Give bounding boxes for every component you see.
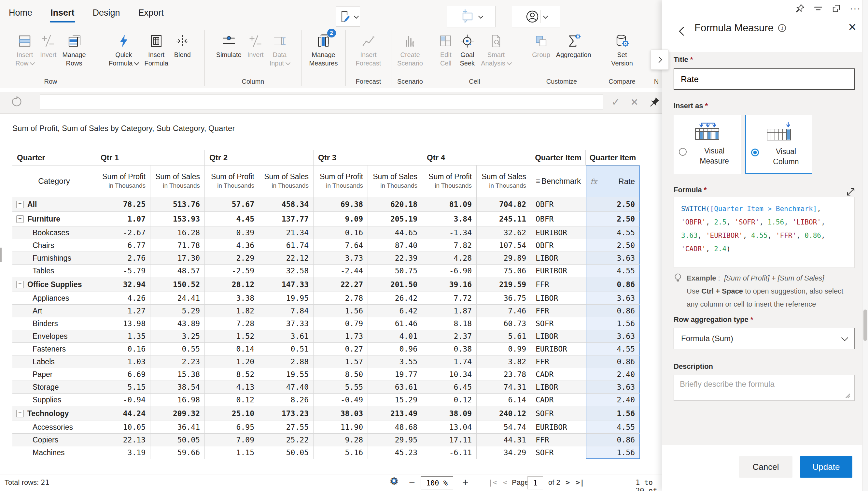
popout-icon[interactable] (832, 4, 841, 13)
value-cell[interactable]: 150.52 (150, 277, 205, 292)
value-cell[interactable]: 57.67 (205, 197, 259, 212)
category-cell[interactable]: −Technology (12, 406, 96, 421)
category-cell[interactable]: Tables (12, 265, 96, 277)
value-cell[interactable]: 2.76 (96, 252, 150, 265)
zoom-level-input[interactable] (421, 476, 453, 489)
value-cell[interactable]: 2.88 (259, 355, 313, 368)
benchmark-cell[interactable]: LIBOR (531, 292, 586, 305)
rate-cell-selected[interactable]: 3.63 (586, 330, 640, 343)
value-cell[interactable]: 5.15 (96, 381, 150, 394)
value-cell[interactable]: 36.41 (150, 421, 205, 434)
last-page-button[interactable]: >| (576, 478, 584, 486)
ribbon-button-aggregation[interactable]: Aggregation (554, 31, 593, 59)
value-cell[interactable]: 39.16 (422, 277, 477, 292)
title-input[interactable] (674, 68, 855, 90)
radio-unselected[interactable] (679, 148, 687, 156)
value-cell[interactable]: 23.78 (477, 368, 531, 381)
benchmark-cell[interactable]: SOFR (531, 317, 586, 330)
value-cell[interactable]: 15.29 (368, 394, 422, 406)
ribbon-button-create-scenario[interactable]: CreateScenario (395, 31, 425, 67)
ribbon-button-edit-cell[interactable]: EditCell (436, 31, 456, 67)
rate-cell-selected[interactable]: 2.40 (586, 394, 640, 406)
value-cell[interactable]: 137.77 (259, 212, 313, 226)
value-cell[interactable]: 3.82 (477, 355, 531, 368)
value-cell[interactable]: 201.50 (368, 277, 422, 292)
cancel-button[interactable]: Cancel (739, 456, 793, 478)
ribbon-button-insert-forecast[interactable]: InsertForecast (353, 31, 383, 67)
value-cell[interactable]: 0.16 (313, 226, 368, 239)
user-button[interactable] (512, 6, 560, 27)
accept-icon[interactable]: ✓ (612, 96, 620, 108)
value-cell[interactable]: 0.27 (313, 343, 368, 355)
value-cell[interactable]: 0.99 (477, 343, 531, 355)
back-chevron-icon[interactable] (677, 25, 687, 38)
value-cell[interactable]: 10.34 (422, 368, 477, 381)
value-cell[interactable]: 8.18 (422, 317, 477, 330)
value-cell[interactable]: 0.16 (96, 343, 150, 355)
benchmark-cell[interactable]: EURIBOR (531, 421, 586, 434)
benchmark-cell[interactable]: FFR (531, 277, 586, 292)
value-cell[interactable]: 13.04 (422, 421, 477, 434)
measure-header[interactable]: Sum of Salesin Thousands (150, 166, 205, 197)
quarter-group-header[interactable]: Qtr 3 (313, 150, 422, 166)
measure-header[interactable]: Sum of Salesin Thousands (368, 166, 422, 197)
value-cell[interactable]: 78.25 (96, 197, 150, 212)
value-cell[interactable]: -6.11 (422, 446, 477, 459)
value-cell[interactable]: 38.03 (313, 406, 368, 421)
settings-gear-icon[interactable]: ⚙ (390, 475, 399, 487)
value-cell[interactable]: 620.18 (368, 197, 422, 212)
rate-cell-selected[interactable]: 4.55 (586, 343, 640, 355)
benchmark-cell[interactable]: OBFR (531, 239, 586, 252)
measure-header[interactable]: Sum of Salesin Thousands (477, 166, 531, 197)
benchmark-cell[interactable]: LIBOR (531, 330, 586, 343)
value-cell[interactable]: 7.82 (422, 239, 477, 252)
benchmark-cell[interactable]: EURIBOR (531, 265, 586, 277)
value-cell[interactable]: 1.15 (205, 446, 259, 459)
value-cell[interactable]: 6.14 (477, 394, 531, 406)
value-cell[interactable]: 0.12 (422, 394, 477, 406)
zoom-out-button[interactable]: − (409, 476, 415, 488)
rate-cell-selected[interactable]: 0.86 (586, 277, 640, 292)
page-number-input[interactable] (527, 476, 543, 489)
value-cell[interactable]: 1.73 (313, 330, 368, 343)
value-cell[interactable]: 19.95 (259, 292, 313, 305)
value-cell[interactable]: 6.45 (422, 381, 477, 394)
value-cell[interactable]: -5.79 (96, 265, 150, 277)
value-cell[interactable]: 19.55 (259, 368, 313, 381)
value-cell[interactable]: 4.45 (205, 212, 259, 226)
formula-editor[interactable]: SWITCH([Quarter Item > Benchmark], 'OBFR… (674, 197, 855, 268)
close-icon[interactable]: × (848, 20, 856, 34)
info-icon[interactable]: i (778, 24, 786, 32)
value-cell[interactable]: 11.90 (313, 421, 368, 434)
ribbon-button-quick-formula[interactable]: QuickFormula (106, 31, 141, 67)
category-cell[interactable]: Machines (12, 446, 96, 459)
undo-icon[interactable] (9, 96, 22, 109)
value-cell[interactable]: 48.68 (368, 421, 422, 434)
value-cell[interactable]: 43.89 (150, 317, 205, 330)
value-cell[interactable]: 219.59 (477, 277, 531, 292)
value-cell[interactable]: 3.38 (205, 292, 259, 305)
quarter-item-header[interactable]: Quarter Item (586, 150, 640, 166)
value-cell[interactable]: 19.77 (368, 368, 422, 381)
value-cell[interactable]: 71.78 (150, 239, 205, 252)
ribbon-button-invert-column[interactable]: Invert (245, 31, 266, 59)
value-cell[interactable]: 48.57 (150, 265, 205, 277)
value-cell[interactable]: 7.28 (205, 317, 259, 330)
collapse-icon[interactable]: − (16, 281, 24, 288)
category-cell[interactable]: Bookcases (12, 226, 96, 239)
measure-header[interactable]: Sum of Profitin Thousands (205, 166, 259, 197)
value-cell[interactable]: 7.84 (259, 305, 313, 317)
value-cell[interactable]: -0.49 (313, 394, 368, 406)
rate-cell-selected[interactable]: 0.86 (586, 355, 640, 368)
value-cell[interactable]: 9.28 (313, 434, 368, 446)
value-cell[interactable]: 37.33 (259, 317, 313, 330)
tab-home[interactable]: Home (9, 8, 32, 21)
zoom-in-button[interactable]: + (462, 476, 468, 488)
value-cell[interactable]: 24.41 (150, 292, 205, 305)
value-cell[interactable]: 27.55 (259, 421, 313, 434)
radio-selected[interactable] (751, 149, 759, 156)
value-cell[interactable]: 3.25 (150, 330, 205, 343)
value-cell[interactable]: 50.75 (368, 265, 422, 277)
value-cell[interactable]: 8.50 (313, 368, 368, 381)
ribbon-button-data-input[interactable]: DataInput (267, 31, 292, 67)
